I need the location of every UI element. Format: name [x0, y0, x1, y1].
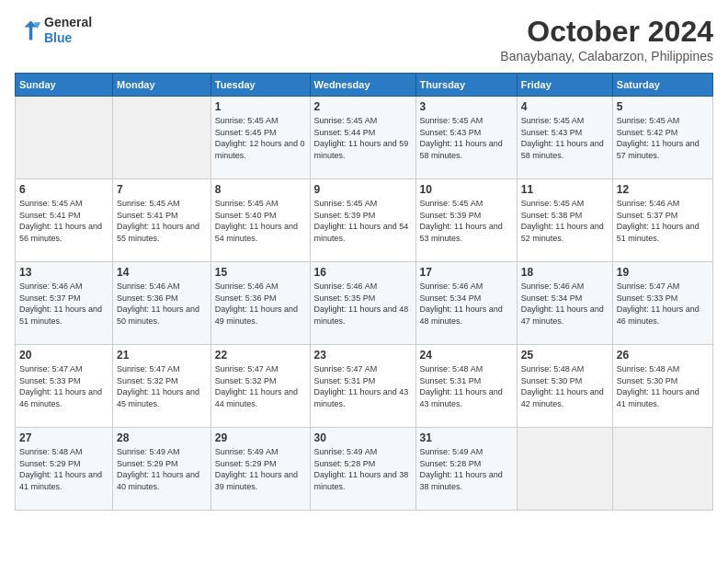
- calendar-cell: 15Sunrise: 5:46 AMSunset: 5:36 PMDayligh…: [210, 262, 310, 345]
- weekday-header: Friday: [517, 74, 612, 97]
- location: Banaybanay, Calabarzon, Philippines: [500, 49, 713, 63]
- calendar-cell: 14Sunrise: 5:46 AMSunset: 5:36 PMDayligh…: [113, 262, 211, 345]
- day-number: 27: [19, 431, 108, 444]
- day-number: 24: [420, 349, 513, 362]
- calendar-cell: 13Sunrise: 5:46 AMSunset: 5:37 PMDayligh…: [16, 262, 113, 345]
- cell-info: Sunrise: 5:46 AMSunset: 5:34 PMDaylight:…: [420, 281, 513, 327]
- calendar-cell: 1Sunrise: 5:45 AMSunset: 5:45 PMDaylight…: [210, 97, 310, 179]
- calendar-cell: 26Sunrise: 5:48 AMSunset: 5:30 PMDayligh…: [612, 345, 712, 428]
- day-number: 15: [215, 266, 306, 279]
- day-number: 16: [314, 266, 412, 279]
- cell-info: Sunrise: 5:45 AMSunset: 5:40 PMDaylight:…: [215, 198, 306, 244]
- cell-info: Sunrise: 5:47 AMSunset: 5:31 PMDaylight:…: [314, 363, 412, 409]
- cell-info: Sunrise: 5:46 AMSunset: 5:34 PMDaylight:…: [521, 281, 609, 327]
- calendar-week-row: 20Sunrise: 5:47 AMSunset: 5:33 PMDayligh…: [16, 345, 713, 428]
- calendar-cell: 30Sunrise: 5:49 AMSunset: 5:28 PMDayligh…: [310, 428, 415, 511]
- calendar-cell: 9Sunrise: 5:45 AMSunset: 5:39 PMDaylight…: [310, 179, 415, 262]
- day-number: 7: [117, 183, 207, 196]
- calendar-cell: 4Sunrise: 5:45 AMSunset: 5:43 PMDaylight…: [517, 97, 612, 179]
- day-number: 11: [521, 183, 609, 196]
- calendar-cell: [517, 428, 612, 511]
- weekday-header: Saturday: [612, 74, 712, 97]
- cell-info: Sunrise: 5:49 AMSunset: 5:28 PMDaylight:…: [420, 446, 513, 492]
- calendar-cell: 27Sunrise: 5:48 AMSunset: 5:29 PMDayligh…: [16, 428, 113, 511]
- cell-info: Sunrise: 5:48 AMSunset: 5:29 PMDaylight:…: [19, 446, 108, 492]
- cell-info: Sunrise: 5:48 AMSunset: 5:31 PMDaylight:…: [420, 363, 513, 409]
- day-number: 14: [117, 266, 207, 279]
- day-number: 9: [314, 183, 412, 196]
- day-number: 2: [314, 100, 412, 113]
- calendar-cell: 22Sunrise: 5:47 AMSunset: 5:32 PMDayligh…: [210, 345, 310, 428]
- calendar-cell: 3Sunrise: 5:45 AMSunset: 5:43 PMDaylight…: [415, 97, 517, 179]
- calendar-week-row: 6Sunrise: 5:45 AMSunset: 5:41 PMDaylight…: [16, 179, 713, 262]
- cell-info: Sunrise: 5:47 AMSunset: 5:33 PMDaylight:…: [19, 363, 108, 409]
- cell-info: Sunrise: 5:45 AMSunset: 5:38 PMDaylight:…: [521, 198, 609, 244]
- cell-info: Sunrise: 5:45 AMSunset: 5:41 PMDaylight:…: [117, 198, 207, 244]
- day-number: 31: [420, 431, 513, 444]
- calendar-cell: 18Sunrise: 5:46 AMSunset: 5:34 PMDayligh…: [517, 262, 612, 345]
- cell-info: Sunrise: 5:49 AMSunset: 5:29 PMDaylight:…: [215, 446, 306, 492]
- cell-info: Sunrise: 5:45 AMSunset: 5:44 PMDaylight:…: [314, 115, 412, 161]
- calendar-cell: 19Sunrise: 5:47 AMSunset: 5:33 PMDayligh…: [612, 262, 712, 345]
- calendar-cell: [113, 97, 211, 179]
- logo-line1: General: [44, 15, 92, 30]
- day-number: 3: [420, 100, 513, 113]
- cell-info: Sunrise: 5:45 AMSunset: 5:41 PMDaylight:…: [19, 198, 108, 244]
- cell-info: Sunrise: 5:48 AMSunset: 5:30 PMDaylight:…: [617, 363, 709, 409]
- calendar-cell: 6Sunrise: 5:45 AMSunset: 5:41 PMDaylight…: [16, 179, 113, 262]
- calendar-cell: 5Sunrise: 5:45 AMSunset: 5:42 PMDaylight…: [612, 97, 712, 179]
- calendar-cell: 23Sunrise: 5:47 AMSunset: 5:31 PMDayligh…: [310, 345, 415, 428]
- day-number: 21: [117, 349, 207, 362]
- calendar-cell: 28Sunrise: 5:49 AMSunset: 5:29 PMDayligh…: [113, 428, 211, 511]
- cell-info: Sunrise: 5:45 AMSunset: 5:43 PMDaylight:…: [521, 115, 609, 161]
- calendar-cell: [16, 97, 113, 179]
- cell-info: Sunrise: 5:49 AMSunset: 5:29 PMDaylight:…: [117, 446, 207, 492]
- weekday-header: Thursday: [415, 74, 517, 97]
- day-number: 29: [215, 431, 306, 444]
- calendar-cell: 2Sunrise: 5:45 AMSunset: 5:44 PMDaylight…: [310, 97, 415, 179]
- day-number: 4: [521, 100, 609, 113]
- calendar-cell: 8Sunrise: 5:45 AMSunset: 5:40 PMDaylight…: [210, 179, 310, 262]
- cell-info: Sunrise: 5:46 AMSunset: 5:36 PMDaylight:…: [117, 281, 207, 327]
- cell-info: Sunrise: 5:47 AMSunset: 5:33 PMDaylight:…: [617, 281, 709, 327]
- day-number: 10: [420, 183, 513, 196]
- month-title: October 2024: [500, 15, 713, 49]
- title-block: October 2024 Banaybanay, Calabarzon, Phi…: [500, 15, 713, 63]
- calendar-cell: 31Sunrise: 5:49 AMSunset: 5:28 PMDayligh…: [415, 428, 517, 511]
- cell-info: Sunrise: 5:45 AMSunset: 5:45 PMDaylight:…: [215, 115, 306, 161]
- weekday-header: Monday: [113, 74, 211, 97]
- day-number: 26: [617, 349, 709, 362]
- day-number: 1: [215, 100, 306, 113]
- day-number: 25: [521, 349, 609, 362]
- calendar-table: SundayMondayTuesdayWednesdayThursdayFrid…: [15, 73, 713, 511]
- calendar-cell: 7Sunrise: 5:45 AMSunset: 5:41 PMDaylight…: [113, 179, 211, 262]
- calendar-week-row: 1Sunrise: 5:45 AMSunset: 5:45 PMDaylight…: [16, 97, 713, 179]
- cell-info: Sunrise: 5:47 AMSunset: 5:32 PMDaylight:…: [215, 363, 306, 409]
- day-number: 23: [314, 349, 412, 362]
- logo: General Blue: [15, 15, 92, 46]
- weekday-header-row: SundayMondayTuesdayWednesdayThursdayFrid…: [16, 74, 713, 97]
- cell-info: Sunrise: 5:46 AMSunset: 5:37 PMDaylight:…: [19, 281, 108, 327]
- day-number: 17: [420, 266, 513, 279]
- weekday-header: Tuesday: [210, 74, 310, 97]
- day-number: 8: [215, 183, 306, 196]
- logo-icon: [15, 17, 40, 43]
- calendar-cell: 11Sunrise: 5:45 AMSunset: 5:38 PMDayligh…: [517, 179, 612, 262]
- cell-info: Sunrise: 5:49 AMSunset: 5:28 PMDaylight:…: [314, 446, 412, 492]
- calendar-week-row: 27Sunrise: 5:48 AMSunset: 5:29 PMDayligh…: [16, 428, 713, 511]
- cell-info: Sunrise: 5:47 AMSunset: 5:32 PMDaylight:…: [117, 363, 207, 409]
- weekday-header: Sunday: [16, 74, 113, 97]
- cell-info: Sunrise: 5:45 AMSunset: 5:43 PMDaylight:…: [420, 115, 513, 161]
- cell-info: Sunrise: 5:45 AMSunset: 5:39 PMDaylight:…: [420, 198, 513, 244]
- calendar-cell: 24Sunrise: 5:48 AMSunset: 5:31 PMDayligh…: [415, 345, 517, 428]
- day-number: 6: [19, 183, 108, 196]
- day-number: 22: [215, 349, 306, 362]
- day-number: 28: [117, 431, 207, 444]
- calendar-cell: [612, 428, 712, 511]
- day-number: 12: [617, 183, 709, 196]
- calendar-cell: 20Sunrise: 5:47 AMSunset: 5:33 PMDayligh…: [16, 345, 113, 428]
- calendar-cell: 17Sunrise: 5:46 AMSunset: 5:34 PMDayligh…: [415, 262, 517, 345]
- calendar-cell: 10Sunrise: 5:45 AMSunset: 5:39 PMDayligh…: [415, 179, 517, 262]
- weekday-header: Wednesday: [310, 74, 415, 97]
- day-number: 13: [19, 266, 108, 279]
